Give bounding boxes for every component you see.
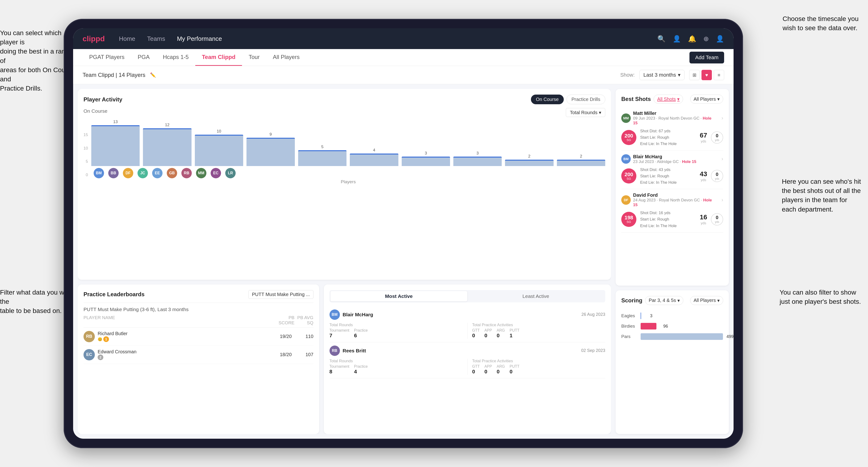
tab-team-clippd[interactable]: Team Clippd (195, 49, 242, 66)
eagles-bar-wrap: 3 (641, 312, 723, 319)
scoring-players-filter[interactable]: All Players ▾ (690, 296, 723, 305)
tournament-label: Tournament (330, 328, 349, 333)
bar-b-mcharg: 13 (91, 120, 140, 166)
shot-row-1: BM Blair McHarg 23 Jul 2023 · Aldridge G… (621, 151, 723, 189)
chevron-down-icon: ▾ (677, 298, 680, 303)
avatar-9: LR (225, 168, 236, 178)
birdies-bar (641, 323, 656, 330)
bar-val-7: 3 (476, 151, 478, 156)
bar-5 (350, 154, 398, 166)
bar-m-miller: 3 (453, 151, 502, 166)
par-filter-value: Par 3, 4 & 5s (649, 298, 676, 303)
y-label-15: 15 (84, 132, 88, 137)
best-shots-card: Best Shots All Shots ▾ All Players ▾ (616, 89, 729, 286)
list-view-icon[interactable]: ≡ (714, 70, 724, 80)
avatar-7: MM (196, 168, 206, 178)
shot-chevron-0[interactable]: › (721, 115, 723, 121)
shot-player-header-1: BM Blair McHarg 23 Jul 2023 · Aldridge G… (621, 154, 723, 164)
app-val-1: 0 (485, 369, 492, 375)
tournament-col: Tournament 7 (330, 328, 349, 339)
grid-view-icon[interactable]: ⊞ (689, 70, 700, 80)
least-active-tab[interactable]: Least Active (467, 291, 604, 302)
lb-name-0: Richard Butler (98, 331, 270, 336)
navbar-icons: 🔍 👤 🔔 ⊕ 👤 (657, 35, 724, 43)
arg-val: 0 (497, 333, 505, 339)
edit-icon[interactable]: ✏️ (150, 72, 156, 78)
practice-header: Practice Leaderboards PUTT Must Make Put… (84, 290, 313, 303)
profile-icon[interactable]: 👤 (673, 35, 681, 43)
chevron-down-icon: ▾ (717, 298, 720, 303)
search-icon[interactable]: 🔍 (657, 35, 665, 43)
plus-icon[interactable]: ⊕ (703, 35, 709, 43)
chart-filter-value: Total Rounds (570, 110, 597, 115)
lb-columns: PLAYER NAME PB SCORE PB AVG SQ (84, 315, 313, 328)
tab-all-players[interactable]: All Players (266, 49, 306, 66)
tab-hcaps[interactable]: Hcaps 1-5 (156, 49, 195, 66)
shot-chevron-1[interactable]: › (721, 156, 723, 162)
shot-player-name-2: David Ford (633, 192, 717, 198)
shot-zero-1: 0 yds (711, 170, 723, 182)
leaderboard-filter[interactable]: PUTT Must Make Putting ... (248, 290, 313, 299)
nav-home[interactable]: Home (119, 35, 135, 42)
rounds-label-1: Total Rounds (330, 359, 463, 364)
add-team-button[interactable]: Add Team (689, 52, 724, 63)
birdies-bar-wrap: 96 (641, 323, 723, 330)
tab-pga[interactable]: PGA (131, 49, 156, 66)
bar-val-6: 3 (425, 151, 427, 156)
show-label: Show: (620, 72, 635, 78)
most-active-tab[interactable]: Most Active (331, 291, 467, 302)
annotation-right-mid: Here you can see who's hitthe best shots… (782, 177, 861, 214)
avatar-icon[interactable]: 👤 (716, 35, 724, 43)
tournament-val-1: 8 (330, 369, 349, 375)
scoring-row-eagles: Eagles 3 (621, 311, 723, 321)
eagles-bar (641, 312, 641, 319)
total-practice-label: Total Practice Activities (472, 323, 605, 328)
practice-activity-cols-1: GTT 0 APP 0 ARG (472, 365, 605, 375)
shot-avatar-1: BM (621, 154, 631, 164)
pars-val: 499 (725, 334, 734, 339)
player-activity-title: Player Activity (84, 96, 122, 103)
nav-teams[interactable]: Teams (147, 35, 165, 42)
shot-avatar-2: DF (621, 195, 631, 205)
on-course-toggle[interactable]: On Course (531, 95, 564, 104)
all-shots-filter[interactable]: All Shots ▾ (654, 95, 683, 103)
activity-player-0: BM Blair McHarg 26 Aug 2023 Total Rounds (330, 306, 605, 342)
best-shots-title: Best Shots (621, 96, 651, 102)
app-label: APP (485, 328, 492, 333)
shot-circle-0: 200 SG (621, 130, 637, 145)
avatar-1: BB (108, 168, 119, 178)
all-players-filter[interactable]: All Players ▾ (690, 95, 723, 103)
shot-player-header-0: MM Matt Miller 09 Jun 2023 · Royal North… (621, 111, 723, 125)
rounds-cols: Tournament 7 Practice 6 (330, 328, 463, 339)
avatar-5: GB (167, 168, 177, 178)
bar-val-5: 4 (373, 148, 375, 153)
chart-filter-selector[interactable]: Total Rounds ▾ (566, 108, 605, 117)
lb-row-0: RB Richard Butler 😊 1 19/20 110 (84, 328, 313, 346)
activity-stats-1: Total Rounds Tournament 8 Practice (330, 359, 605, 375)
tablet-frame: clippd Home Teams My Performance 🔍 👤 🔔 ⊕… (64, 19, 743, 448)
avatar-8: EC (211, 168, 221, 178)
rounds-label: Total Rounds (330, 323, 463, 328)
tab-tour[interactable]: Tour (242, 49, 266, 66)
tab-pgat-players[interactable]: PGAT Players (83, 49, 131, 66)
arg-col: ARG 0 (497, 328, 505, 339)
app-col: APP 0 (485, 328, 492, 339)
putt-col-1: PUTT 0 (509, 365, 519, 375)
bar-4 (298, 150, 346, 166)
nav-my-performance[interactable]: My Performance (177, 35, 222, 42)
heart-view-icon[interactable]: ♥ (702, 70, 712, 80)
shot-details-0: 200 SG Shot Dist: 67 yds Start Lie: Roug… (621, 128, 723, 147)
bell-icon[interactable]: 🔔 (688, 35, 696, 43)
bar-1 (143, 128, 191, 166)
timescale-selector[interactable]: Last 3 months ▾ (640, 70, 684, 80)
practice-drills-toggle[interactable]: Practice Drills (566, 95, 605, 104)
main-content: Player Activity On Course Practice Drill… (73, 84, 734, 439)
navbar: clippd Home Teams My Performance 🔍 👤 🔔 ⊕… (73, 28, 734, 49)
par-filter[interactable]: Par 3, 4 & 5s ▾ (645, 296, 683, 305)
shot-info-0: Shot Dist: 67 yds Start Lie: Rough End L… (640, 128, 696, 147)
scoring-header: Scoring Par 3, 4 & 5s ▾ All Players ▾ (621, 296, 723, 305)
shot-chevron-2[interactable]: › (721, 197, 723, 203)
putt-col: PUTT 1 (509, 328, 519, 339)
gtt-col-1: GTT 0 (472, 365, 480, 375)
bar-val-2: 10 (217, 129, 221, 134)
